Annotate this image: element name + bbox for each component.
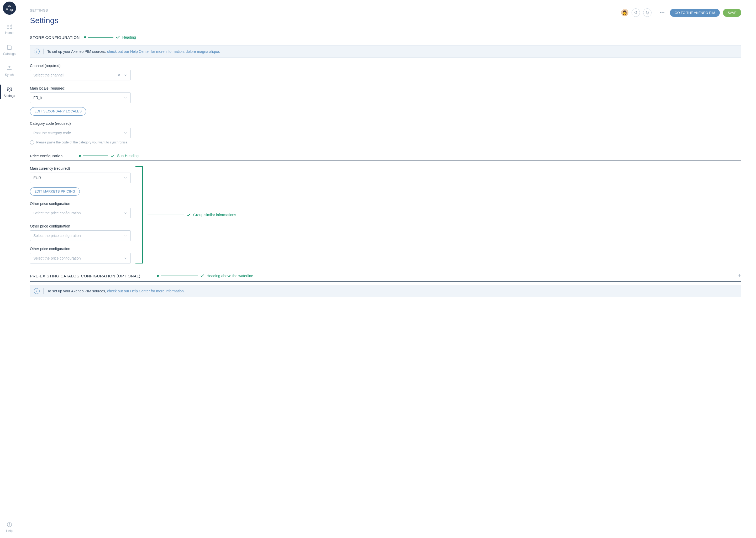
edit-locales-button[interactable]: EDIT SECONDARY LOCALES	[30, 107, 86, 116]
info-icon: i	[30, 140, 34, 144]
info-icon: i	[34, 288, 40, 294]
field-other-price-3: Other price configuration Select the pri…	[30, 247, 131, 263]
chevron-down-icon	[124, 256, 127, 260]
gear-icon	[6, 86, 13, 92]
main-content: SETTINGS Settings 👩 ••• GO TO THE AKENEO…	[19, 0, 756, 538]
category-value: Past the category code	[33, 131, 71, 135]
sidebar-item-catalogs[interactable]: Catalogs	[0, 42, 19, 57]
banner-separator	[43, 49, 44, 54]
section-pre-existing: PRE-EXISTING CATALOG CONFIGURATION (OPTI…	[30, 272, 741, 297]
currency-select[interactable]: EUR	[30, 173, 131, 183]
channel-label: Channel (required)	[30, 64, 741, 68]
other-price-select[interactable]: Select the price configuration	[30, 208, 131, 218]
info-banner-preexisting: i To set up your Akeneo PIM sources, che…	[30, 285, 741, 297]
chevron-down-icon	[124, 234, 127, 238]
other-price-value: Select the price configuration	[33, 256, 81, 260]
chevron-down-icon	[124, 73, 127, 77]
other-price-label: Other price configuration	[30, 224, 131, 228]
banner-link-extra[interactable]: dolore magna aliqua.	[186, 49, 220, 54]
price-config-heading: Price configuration	[30, 154, 63, 158]
other-price-select[interactable]: Select the price configuration	[30, 230, 131, 241]
check-icon	[110, 153, 115, 158]
pre-existing-heading: PRE-EXISTING CATALOG CONFIGURATION (OPTI…	[30, 274, 140, 278]
category-helper: i Please paste the code of the category …	[30, 140, 741, 144]
avatar[interactable]: 👩	[621, 9, 629, 16]
callout-heading: Heading	[84, 35, 136, 40]
chevron-down-icon	[124, 176, 127, 180]
title-block: SETTINGS Settings	[30, 8, 58, 25]
top-actions: 👩 ••• GO TO THE AKENEO PIM SAVE	[621, 8, 741, 17]
catalog-icon	[6, 44, 13, 50]
brand-top: My	[8, 5, 11, 7]
brand-badge: My App	[3, 2, 16, 15]
chevron-down-icon	[124, 131, 127, 135]
banner-text: To set up your Akeneo PIM sources, check…	[47, 289, 185, 293]
announcements-button[interactable]	[632, 8, 640, 17]
topbar: SETTINGS Settings 👩 ••• GO TO THE AKENEO…	[30, 0, 741, 25]
other-price-label: Other price configuration	[30, 201, 131, 206]
locale-select[interactable]: FR_fr	[30, 92, 131, 103]
help-icon	[7, 522, 12, 527]
save-button[interactable]: SAVE	[723, 9, 741, 17]
section-store-config: STORE CONFIGURATION Heading i To set up …	[30, 35, 741, 144]
check-icon	[116, 35, 120, 40]
action-divider	[655, 9, 655, 16]
category-input[interactable]: Past the category code	[30, 128, 131, 138]
expand-icon[interactable]: +	[738, 272, 741, 279]
locale-value: FR_fr	[33, 96, 42, 100]
go-to-pim-button[interactable]: GO TO THE AKENEO PIM	[670, 9, 720, 17]
sidebar-item-label: Settings	[4, 94, 15, 98]
banner-prefix: To set up your Akeneo PIM sources,	[47, 49, 107, 54]
sidebar: My App Home Catalogs Synch Settings	[0, 0, 19, 538]
edit-pricing-button[interactable]: EDIT MARKETS PRICING	[30, 187, 80, 196]
banner-link-help[interactable]: check out our Help Center for more infor…	[107, 49, 185, 54]
brand-bot: App	[6, 8, 13, 12]
locale-label: Main locale (required)	[30, 86, 741, 90]
bell-icon	[645, 11, 649, 15]
section-heading-row: STORE CONFIGURATION Heading	[30, 35, 741, 42]
field-other-price-2: Other price configuration Select the pri…	[30, 224, 131, 241]
megaphone-icon	[634, 11, 638, 15]
svg-point-4	[9, 88, 10, 90]
notifications-button[interactable]	[643, 8, 651, 17]
breadcrumb: SETTINGS	[30, 8, 58, 12]
channel-select[interactable]: Select the channel ✕	[30, 70, 131, 81]
callout-subheading-label: Sub-Heading	[117, 154, 139, 158]
banner-link-help[interactable]: check out our Help Center for more infor…	[107, 289, 185, 293]
svg-point-6	[9, 526, 10, 526]
field-other-price-1: Other price configuration Select the pri…	[30, 201, 131, 218]
sidebar-item-label: Home	[5, 31, 13, 35]
callout-group: Group similar informations	[148, 213, 236, 217]
section-price-config: Price configuration Sub-Heading Main cur…	[30, 153, 741, 263]
check-icon	[186, 213, 191, 217]
callout-heading-label: Heading	[122, 35, 136, 39]
field-locale: Main locale (required) FR_fr EDIT SECOND…	[30, 86, 741, 116]
svg-rect-2	[7, 27, 9, 28]
sidebar-item-help[interactable]: Help	[6, 522, 13, 533]
callout-group-label: Group similar informations	[193, 213, 236, 217]
info-icon: i	[34, 49, 40, 54]
category-helper-text: Please paste the code of the category yo…	[36, 140, 128, 144]
section-heading-row: Price configuration Sub-Heading	[30, 153, 741, 161]
group-bracket	[135, 166, 143, 263]
other-price-value: Select the price configuration	[33, 211, 81, 215]
clear-icon[interactable]: ✕	[117, 73, 120, 77]
page-title: Settings	[30, 16, 58, 25]
field-channel: Channel (required) Select the channel ✕	[30, 64, 741, 81]
callout-waterline: Heading above the waterline	[157, 273, 253, 278]
sidebar-item-synch[interactable]: Synch	[0, 64, 19, 78]
callout-subheading: Sub-Heading	[79, 153, 139, 158]
other-price-select[interactable]: Select the price configuration	[30, 253, 131, 263]
channel-value: Select the channel	[33, 73, 64, 77]
category-label: Category code (required)	[30, 121, 741, 126]
field-currency: Main currency (required) EUR EDIT MARKET…	[30, 166, 131, 196]
sidebar-item-home[interactable]: Home	[0, 22, 19, 36]
chevron-down-icon	[124, 211, 127, 215]
check-icon	[200, 273, 205, 278]
sidebar-item-settings[interactable]: Settings	[0, 84, 19, 99]
callout-waterline-label: Heading above the waterline	[207, 274, 253, 278]
sidebar-nav: Home Catalogs Synch Settings	[0, 22, 19, 99]
more-icon[interactable]: •••	[658, 11, 667, 15]
sidebar-item-label: Synch	[5, 73, 14, 77]
banner-text: To set up your Akeneo PIM sources, check…	[47, 49, 220, 54]
